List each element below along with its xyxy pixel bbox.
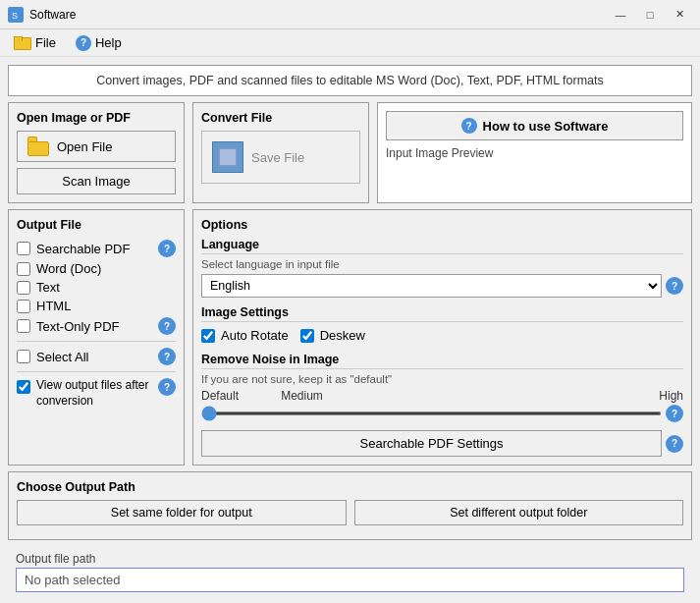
checkbox-row-searchable-pdf: Searchable PDF ? — [17, 238, 176, 259]
output-file-title: Output File — [17, 218, 176, 232]
how-to-button[interactable]: ? How to use Software — [386, 111, 683, 140]
title-bar-controls: — □ ✕ — [608, 5, 692, 25]
label-deskew: Deskew — [320, 328, 365, 343]
divider2 — [17, 371, 176, 372]
preview-label: Input Image Preview — [386, 144, 683, 162]
noise-labels: Default Medium High — [201, 389, 683, 403]
checkbox-view-output[interactable] — [17, 380, 30, 394]
divider — [17, 341, 176, 342]
file-path-label: Output file path — [16, 552, 684, 566]
bottom-row: Output File Searchable PDF ? Word (Doc) … — [8, 209, 692, 466]
remove-noise-title: Remove Noise in Image — [201, 353, 683, 369]
how-to-label: How to use Software — [483, 119, 609, 134]
convert-section-title: Convert File — [201, 111, 360, 125]
label-text-only-pdf: Text-Only PDF — [36, 319, 152, 334]
label-auto-rotate: Auto Rotate — [221, 328, 289, 343]
save-file-area: Save File — [201, 131, 360, 184]
pdf-settings-button[interactable]: Searchable PDF Settings — [201, 430, 662, 457]
label-select-all: Select All — [36, 350, 152, 364]
label-word-doc: Word (Doc) — [36, 261, 176, 276]
help-select-all[interactable]: ? — [158, 348, 176, 365]
checkbox-row-text-only-pdf: Text-Only PDF ? — [17, 315, 176, 337]
checkbox-word-doc[interactable] — [17, 262, 30, 276]
label-html: HTML — [36, 299, 176, 313]
menu-help-label: Help — [95, 35, 122, 50]
help-pdf-settings[interactable]: ? — [666, 435, 683, 453]
output-file-section: Output File Searchable PDF ? Word (Doc) … — [8, 209, 185, 466]
language-row: English French German Spanish Italian Po… — [201, 274, 683, 298]
deskew-row: Deskew — [300, 326, 365, 345]
open-file-button[interactable]: Open File — [17, 131, 176, 162]
main-content: Convert images, PDF and scanned files to… — [0, 57, 700, 600]
output-path-title: Choose Output Path — [17, 480, 683, 494]
how-to-help-icon: ? — [461, 118, 477, 134]
app-icon: S — [8, 7, 24, 23]
checkbox-select-all[interactable] — [17, 350, 30, 363]
different-folder-button[interactable]: Set different output folder — [354, 500, 684, 525]
noise-medium-label: Medium — [270, 389, 334, 403]
remove-noise-desc: If you are not sure, keep it as "default… — [201, 373, 683, 385]
noise-slider-row: ? — [201, 405, 683, 422]
checkbox-row-html: HTML — [17, 297, 176, 315]
save-icon — [212, 141, 243, 173]
checkbox-auto-rotate[interactable] — [201, 329, 215, 343]
folder-icon — [27, 137, 51, 156]
menu-file[interactable]: File — [6, 32, 64, 53]
checkbox-text-only-pdf[interactable] — [17, 319, 30, 333]
file-path-input[interactable] — [16, 568, 684, 592]
checkbox-deskew[interactable] — [300, 329, 314, 343]
image-settings-title: Image Settings — [201, 305, 683, 322]
open-section-title: Open Image or PDF — [17, 111, 176, 125]
checkbox-text[interactable] — [17, 281, 30, 295]
banner: Convert images, PDF and scanned files to… — [8, 65, 692, 96]
noise-default-label: Default — [201, 389, 270, 403]
open-file-label: Open File — [57, 139, 112, 154]
title-text: Software — [29, 8, 76, 22]
file-path-section: Output file path — [8, 546, 692, 592]
checkbox-searchable-pdf[interactable] — [17, 242, 30, 255]
open-section: Open Image or PDF Open File Scan Image — [8, 102, 185, 203]
same-folder-button[interactable]: Set same folder for output — [17, 500, 347, 525]
convert-section: Convert File Save File — [192, 102, 369, 203]
help-noise[interactable]: ? — [666, 405, 683, 422]
help-view-output[interactable]: ? — [158, 378, 176, 396]
view-output-row: View output files after conversion ? — [17, 376, 176, 411]
file-icon — [14, 36, 31, 50]
help-searchable-pdf[interactable]: ? — [158, 240, 176, 257]
help-language[interactable]: ? — [666, 277, 683, 295]
label-view-output: View output files after conversion — [36, 378, 152, 409]
image-settings-row: Auto Rotate Deskew — [201, 326, 683, 345]
minimize-button[interactable]: — — [608, 5, 633, 25]
title-bar-left: S Software — [8, 7, 76, 23]
output-path-buttons: Set same folder for output Set different… — [17, 500, 683, 525]
maximize-button[interactable]: □ — [637, 5, 663, 25]
label-text: Text — [36, 280, 176, 295]
help-icon: ? — [76, 35, 91, 51]
menu-file-label: File — [35, 35, 56, 50]
auto-rotate-row: Auto Rotate — [201, 326, 289, 345]
label-searchable-pdf: Searchable PDF — [36, 242, 152, 256]
close-button[interactable]: ✕ — [667, 5, 692, 25]
language-subtitle: Language — [201, 238, 683, 254]
noise-high-label: High — [334, 389, 683, 403]
pdf-settings-row: Searchable PDF Settings ? — [201, 430, 683, 457]
menu-help[interactable]: ? Help — [68, 32, 130, 54]
save-file-label: Save File — [251, 150, 304, 165]
checkbox-row-select-all: Select All ? — [17, 346, 176, 367]
preview-section: ? How to use Software Input Image Previe… — [377, 102, 692, 203]
help-text-only-pdf[interactable]: ? — [158, 317, 176, 335]
language-select[interactable]: English French German Spanish Italian Po… — [201, 274, 662, 298]
checkbox-row-word-doc: Word (Doc) — [17, 259, 176, 278]
options-section: Options Language Select language in inpu… — [192, 209, 692, 466]
top-row: Open Image or PDF Open File Scan Image C… — [8, 102, 692, 203]
language-desc: Select language in input file — [201, 258, 683, 270]
title-bar: S Software — □ ✕ — [0, 0, 700, 29]
svg-text:S: S — [12, 11, 18, 21]
scan-image-button[interactable]: Scan Image — [17, 168, 176, 194]
banner-text: Convert images, PDF and scanned files to… — [96, 74, 604, 87]
menu-bar: File ? Help — [0, 29, 700, 57]
checkbox-html[interactable] — [17, 300, 30, 313]
output-path-section: Choose Output Path Set same folder for o… — [8, 471, 692, 540]
options-title: Options — [201, 218, 683, 232]
noise-slider[interactable] — [201, 411, 662, 415]
